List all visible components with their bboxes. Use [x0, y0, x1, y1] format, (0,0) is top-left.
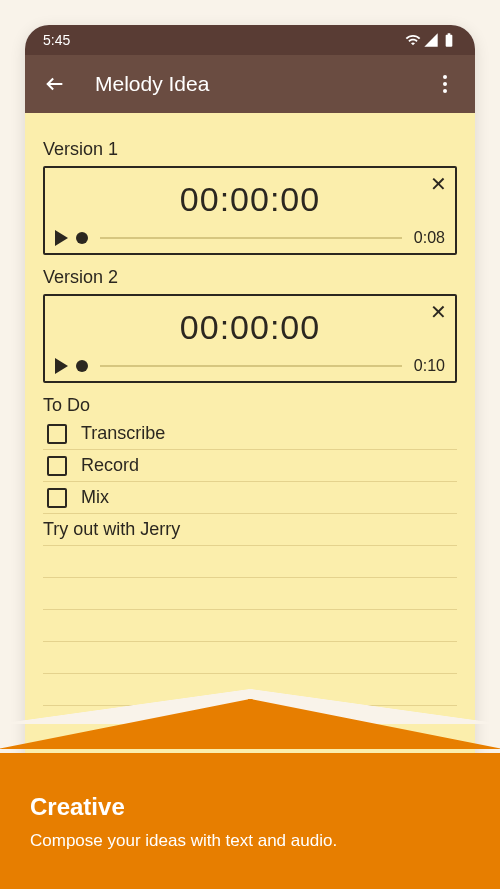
more-button[interactable] — [433, 72, 457, 96]
scrubber-thumb-2[interactable] — [76, 360, 88, 372]
scrubber-track-2[interactable] — [100, 365, 402, 367]
scrubber-thumb-1[interactable] — [76, 232, 88, 244]
arrow-left-icon — [44, 73, 66, 95]
svg-point-2 — [443, 89, 447, 93]
page-title: Melody Idea — [95, 72, 433, 96]
svg-point-0 — [443, 75, 447, 79]
empty-line[interactable] — [43, 546, 457, 578]
audio-label-2: Version 2 — [43, 267, 457, 288]
play-button-2[interactable] — [55, 358, 68, 374]
scrubber-track-1[interactable] — [100, 237, 402, 239]
todo-row: Record — [43, 450, 457, 482]
audio-player-2: ✕ 00:00:00 0:10 — [43, 294, 457, 383]
todo-heading: To Do — [43, 395, 457, 416]
status-icons — [405, 32, 457, 48]
audio-controls-2: 0:10 — [55, 357, 445, 375]
clock: 5:45 — [43, 32, 70, 48]
empty-line[interactable] — [43, 578, 457, 610]
audio-label-1: Version 1 — [43, 139, 457, 160]
audio-close-2[interactable]: ✕ — [430, 300, 447, 324]
audio-duration-1: 0:08 — [414, 229, 445, 247]
empty-line[interactable] — [43, 610, 457, 642]
audio-duration-2: 0:10 — [414, 357, 445, 375]
promo-subtitle: Compose your ideas with text and audio. — [30, 831, 470, 851]
todo-row: Mix — [43, 482, 457, 514]
promo-title: Creative — [30, 793, 470, 821]
footer-wave — [0, 699, 500, 749]
more-vertical-icon — [443, 75, 447, 93]
audio-timer-2: 00:00:00 — [55, 308, 445, 347]
todo-item-label: Record — [81, 455, 139, 476]
battery-icon — [441, 32, 457, 48]
empty-line[interactable] — [43, 642, 457, 674]
signal-icon — [423, 32, 439, 48]
note-text: Try out with Jerry — [43, 519, 180, 540]
app-bar: Melody Idea — [25, 55, 475, 113]
checkbox-1[interactable] — [47, 424, 67, 444]
todo-item-label: Mix — [81, 487, 109, 508]
promo-footer: Creative Compose your ideas with text an… — [0, 753, 500, 889]
todo-item-label: Transcribe — [81, 423, 165, 444]
wifi-icon — [405, 32, 421, 48]
status-bar: 5:45 — [25, 25, 475, 55]
audio-close-1[interactable]: ✕ — [430, 172, 447, 196]
note-text-line[interactable]: Try out with Jerry — [43, 514, 457, 546]
audio-player-1: ✕ 00:00:00 0:08 — [43, 166, 457, 255]
todo-row: Transcribe — [43, 418, 457, 450]
audio-controls-1: 0:08 — [55, 229, 445, 247]
checkbox-2[interactable] — [47, 456, 67, 476]
checkbox-3[interactable] — [47, 488, 67, 508]
svg-point-1 — [443, 82, 447, 86]
back-button[interactable] — [43, 72, 67, 96]
play-button-1[interactable] — [55, 230, 68, 246]
audio-timer-1: 00:00:00 — [55, 180, 445, 219]
